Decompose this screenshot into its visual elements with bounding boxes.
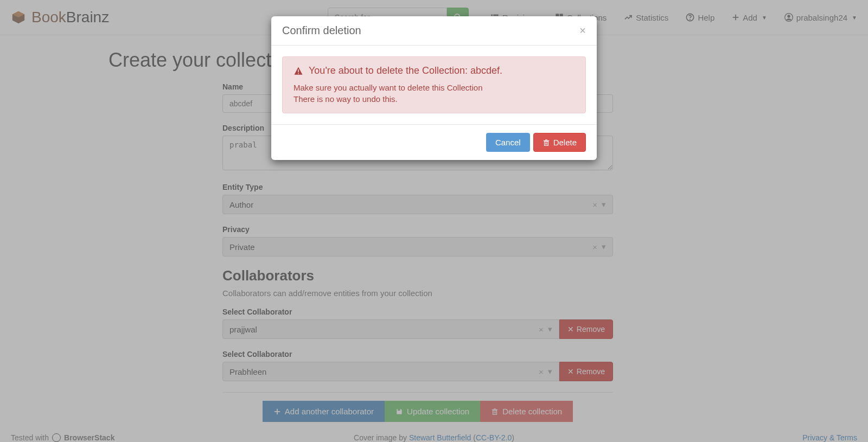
warning-heading: You're about to delete the Collection: a… bbox=[309, 65, 502, 76]
warning-line1: Make sure you actually want to delete th… bbox=[293, 82, 575, 93]
cancel-button[interactable]: Cancel bbox=[486, 133, 530, 152]
trash-icon bbox=[542, 139, 550, 146]
cancel-label: Cancel bbox=[495, 138, 521, 147]
svg-point-28 bbox=[298, 73, 299, 74]
warning-icon bbox=[293, 66, 303, 76]
close-icon: × bbox=[579, 24, 586, 36]
svg-rect-29 bbox=[544, 141, 548, 145]
delete-label: Delete bbox=[553, 138, 577, 147]
svg-rect-27 bbox=[298, 69, 299, 72]
warning-line2: There is no way to undo this. bbox=[293, 93, 575, 105]
confirm-deletion-modal: Confirm deletion × You're about to delet… bbox=[271, 16, 597, 160]
delete-warning-alert: You're about to delete the Collection: a… bbox=[282, 56, 586, 113]
modal-close-button[interactable]: × bbox=[579, 24, 586, 37]
modal-title: Confirm deletion bbox=[282, 24, 361, 37]
confirm-delete-button[interactable]: Delete bbox=[533, 133, 586, 152]
